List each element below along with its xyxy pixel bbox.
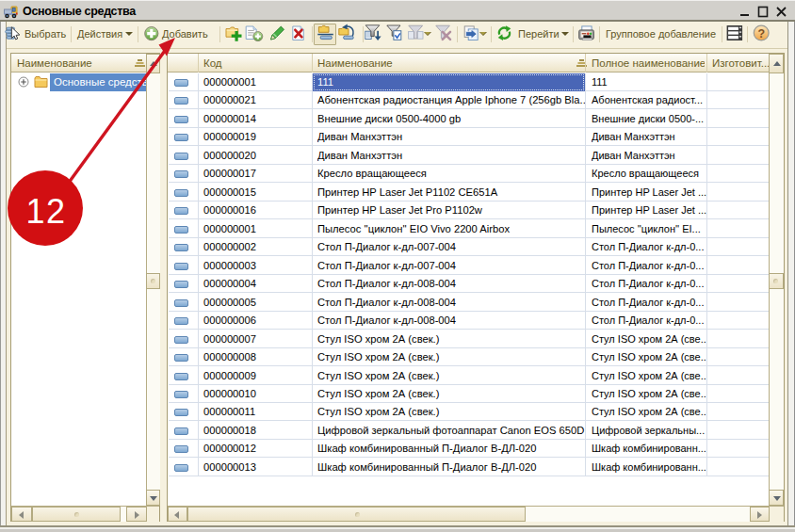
svg-text:?: ?	[757, 27, 765, 40]
